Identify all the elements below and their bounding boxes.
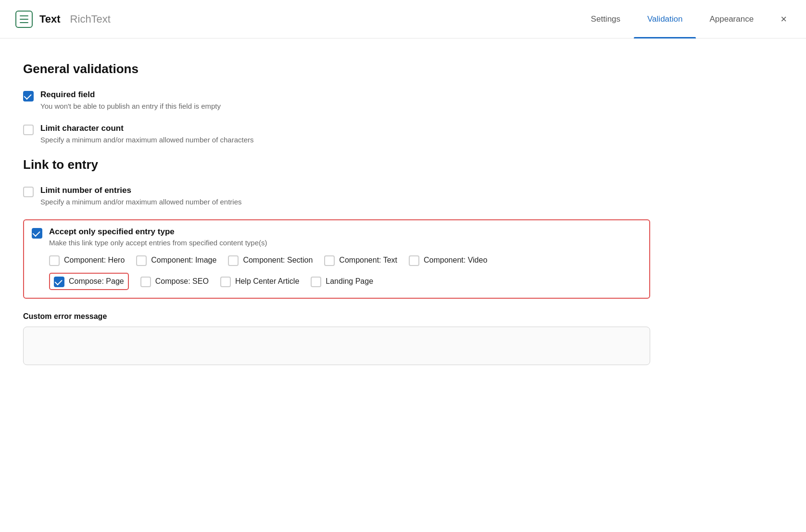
help-center-article-checkbox[interactable] <box>220 277 231 287</box>
required-field-checkbox[interactable] <box>23 91 34 101</box>
entry-type-checkboxes: Component: Hero Component: Image Compone… <box>49 254 642 290</box>
limit-number-entries-checkbox[interactable] <box>23 187 34 197</box>
custom-error-label: Custom error message <box>23 312 650 321</box>
component-video-checkbox[interactable] <box>409 255 419 266</box>
component-image-item: Component: Image <box>136 254 216 266</box>
close-button[interactable]: × <box>777 10 791 28</box>
tab-settings[interactable]: Settings <box>578 0 634 38</box>
accept-only-entry-type-label: Accept only specified entry type <box>49 227 175 237</box>
component-video-label: Component: Video <box>424 256 487 265</box>
main-content: General validations Required field You w… <box>0 38 673 386</box>
limit-number-entries-description: Specify a minimum and/or maximum allowed… <box>40 198 242 206</box>
header-nav: Settings Validation Appearance <box>578 0 768 38</box>
link-to-entry-heading: Link to entry <box>23 157 650 172</box>
limit-character-count-description: Specify a minimum and/or maximum allowed… <box>40 136 254 144</box>
required-field-content: Required field You won't be able to publ… <box>40 90 221 110</box>
custom-error-input[interactable] <box>23 327 650 365</box>
accept-only-entry-type-description: Make this link type only accept entries … <box>49 239 642 247</box>
limit-number-entries-content: Limit number of entries Specify a minimu… <box>40 186 242 206</box>
compose-page-label: Compose: Page <box>69 277 124 286</box>
help-center-article-item: Help Center Article <box>220 276 299 287</box>
hamburger-menu-icon[interactable] <box>15 11 33 28</box>
component-text-checkbox[interactable] <box>324 255 335 266</box>
accept-only-entry-type-section: Accept only specified entry type Make th… <box>23 219 650 299</box>
limit-character-count-item: Limit character count Specify a minimum … <box>23 124 650 144</box>
accept-only-entry-type-checkbox[interactable] <box>32 228 42 239</box>
tab-validation[interactable]: Validation <box>634 0 696 38</box>
landing-page-label: Landing Page <box>326 277 373 286</box>
landing-page-checkbox[interactable] <box>311 277 321 287</box>
component-section-item: Component: Section <box>228 254 313 266</box>
custom-error-section: Custom error message <box>23 312 650 367</box>
limit-number-entries-label: Limit number of entries <box>40 186 242 195</box>
compose-seo-label: Compose: SEO <box>155 277 209 286</box>
entry-type-row-2: Compose: Page Compose: SEO Help Center A… <box>49 273 642 290</box>
field-type-subtitle: RichText <box>70 13 111 25</box>
limit-number-entries-item: Limit number of entries Specify a minimu… <box>23 186 650 206</box>
component-text-label: Component: Text <box>339 256 397 265</box>
field-type-title: Text <box>39 13 61 25</box>
component-hero-item: Component: Hero <box>49 254 125 266</box>
component-hero-label: Component: Hero <box>64 256 125 265</box>
general-validations-heading: General validations <box>23 62 650 76</box>
accept-only-entry-type-content: Accept only specified entry type <box>49 227 175 237</box>
component-image-checkbox[interactable] <box>136 255 147 266</box>
required-field-item: Required field You won't be able to publ… <box>23 90 650 110</box>
tab-appearance[interactable]: Appearance <box>696 0 767 38</box>
compose-page-item: Compose: Page <box>49 273 129 290</box>
header-left: Text RichText <box>15 11 578 28</box>
component-image-label: Component: Image <box>151 256 216 265</box>
component-text-item: Component: Text <box>324 254 397 266</box>
limit-character-count-content: Limit character count Specify a minimum … <box>40 124 254 144</box>
compose-seo-item: Compose: SEO <box>140 276 209 287</box>
component-hero-checkbox[interactable] <box>49 255 60 266</box>
component-video-item: Component: Video <box>409 254 487 266</box>
compose-seo-checkbox[interactable] <box>140 277 151 287</box>
required-field-label: Required field <box>40 90 221 100</box>
component-section-checkbox[interactable] <box>228 255 239 266</box>
required-field-description: You won't be able to publish an entry if… <box>40 102 221 110</box>
help-center-article-label: Help Center Article <box>235 277 299 286</box>
app-header: Text RichText Settings Validation Appear… <box>0 0 806 38</box>
accept-only-entry-type-item: Accept only specified entry type <box>32 227 642 239</box>
limit-character-count-checkbox[interactable] <box>23 125 34 135</box>
landing-page-item: Landing Page <box>311 276 373 287</box>
component-section-label: Component: Section <box>243 256 313 265</box>
limit-character-count-label: Limit character count <box>40 124 254 133</box>
entry-type-row-1: Component: Hero Component: Image Compone… <box>49 254 642 266</box>
compose-page-checkbox[interactable] <box>54 277 64 287</box>
